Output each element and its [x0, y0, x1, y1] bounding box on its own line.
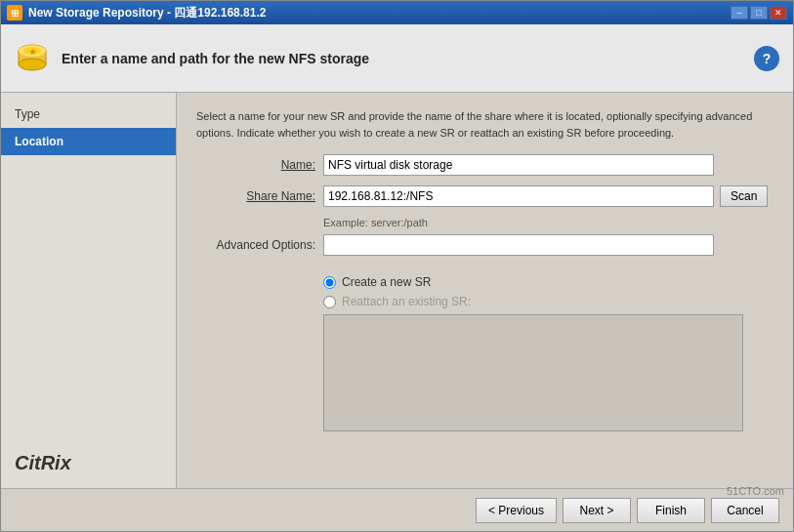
maximize-button[interactable]: □	[750, 6, 768, 20]
svg-point-2	[19, 59, 46, 70]
name-input[interactable]	[323, 154, 714, 176]
sidebar-item-location[interactable]: Location	[1, 128, 176, 155]
name-row: Name:	[196, 154, 773, 176]
titlebar-controls[interactable]: – □ ✕	[731, 6, 787, 20]
sidebar-item-type[interactable]: Type	[1, 101, 176, 128]
cancel-button[interactable]: Cancel	[711, 498, 779, 523]
advanced-label: Advanced Options:	[196, 238, 323, 252]
watermark: 51CTO.com	[727, 485, 784, 497]
sidebar: Type Location CitRix	[1, 93, 177, 488]
reattach-row: Reattach an existing SR:	[323, 295, 773, 308]
advanced-input[interactable]	[323, 234, 714, 256]
next-button[interactable]: Next >	[563, 498, 631, 523]
sidebar-items: Type Location	[1, 93, 176, 163]
footer: < Previous Next > Finish Cancel	[1, 488, 793, 531]
create-new-radio[interactable]	[323, 276, 336, 289]
finish-button[interactable]: Finish	[637, 498, 705, 523]
window-title: New Storage Repository - 四通192.168.81.2	[28, 5, 266, 21]
close-button[interactable]: ✕	[770, 6, 787, 20]
header-area: ★ Enter a name and path for the new NFS …	[1, 24, 793, 93]
titlebar: ⊞ New Storage Repository - 四通192.168.81.…	[1, 1, 793, 24]
example-text: Example: server:/path	[323, 217, 773, 228]
help-button[interactable]: ?	[754, 46, 779, 71]
create-new-label[interactable]: Create a new SR	[342, 275, 431, 289]
previous-button[interactable]: < Previous	[476, 498, 557, 523]
reattach-label[interactable]: Reattach an existing SR:	[342, 295, 471, 308]
main-window: ⊞ New Storage Repository - 四通192.168.81.…	[0, 0, 794, 532]
citrix-logo: CitRix	[1, 438, 176, 488]
titlebar-left: ⊞ New Storage Repository - 四通192.168.81.…	[7, 5, 266, 21]
main-panel: Select a name for your new SR and provid…	[177, 93, 793, 488]
reattach-box	[323, 314, 743, 431]
minimize-button[interactable]: –	[731, 6, 748, 20]
header-title: Enter a name and path for the new NFS st…	[62, 51, 369, 66]
scan-button[interactable]: Scan	[720, 185, 768, 207]
reattach-radio[interactable]	[323, 296, 336, 308]
content-area: Type Location CitRix Select a name for y…	[1, 93, 793, 488]
name-label: Name:	[196, 158, 323, 172]
share-name-label: Share Name:	[196, 189, 323, 203]
header-left: ★ Enter a name and path for the new NFS …	[15, 41, 369, 76]
svg-text:★: ★	[29, 48, 37, 57]
create-new-row: Create a new SR	[323, 275, 773, 289]
advanced-options-row: Advanced Options:	[196, 234, 773, 256]
window-icon: ⊞	[7, 5, 22, 20]
share-name-input[interactable]	[323, 185, 714, 207]
header-icon: ★	[15, 41, 50, 76]
citrix-logo-text: CitRix	[15, 452, 71, 473]
share-name-row: Share Name: Scan	[196, 185, 773, 207]
description-text: Select a name for your new SR and provid…	[196, 108, 773, 141]
